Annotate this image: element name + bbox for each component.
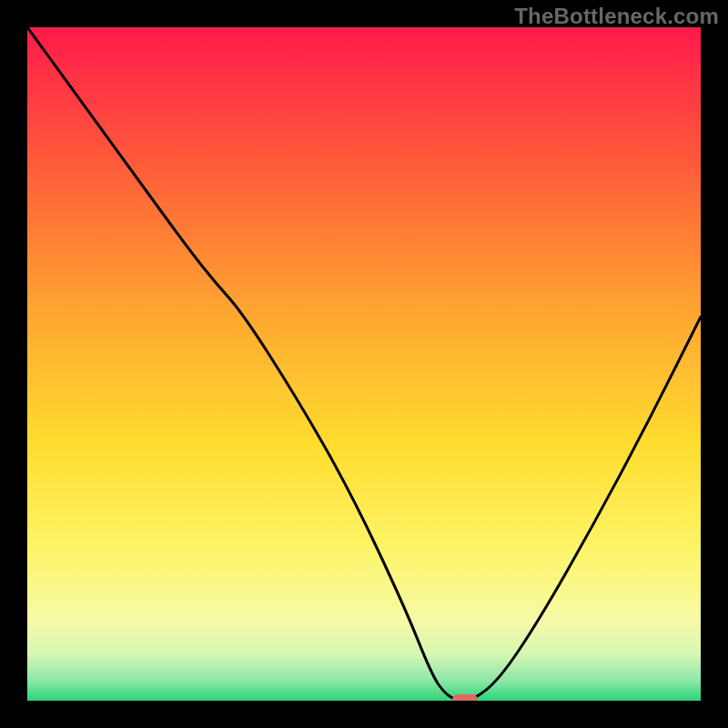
optimal-marker	[452, 694, 478, 701]
plot-area	[27, 27, 701, 701]
bottleneck-chart	[27, 27, 701, 701]
chart-frame: TheBottleneck.com	[0, 0, 728, 728]
gradient-background	[27, 27, 701, 701]
attribution-label: TheBottleneck.com	[514, 4, 719, 29]
